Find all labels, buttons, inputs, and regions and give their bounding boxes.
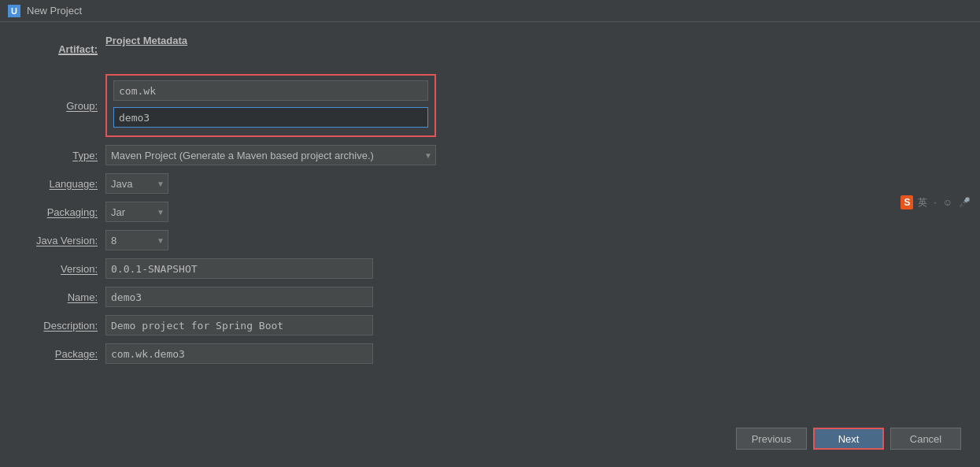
- name-row: Name:: [19, 287, 961, 307]
- packaging-dropdown-wrapper: Jar War ▼: [105, 202, 168, 222]
- packaging-label: Packaging:: [19, 206, 105, 218]
- java-version-label: Java Version:: [19, 235, 105, 246]
- java-version-select[interactable]: 8 11 17 21: [105, 230, 168, 250]
- description-input[interactable]: [105, 315, 373, 335]
- artifact-label-outer: Artifact:: [19, 35, 105, 63]
- window-title: New Project: [27, 5, 82, 17]
- description-row: Description:: [19, 315, 961, 335]
- sogou-icon: S: [900, 195, 913, 209]
- language-select[interactable]: Java Kotlin Groovy: [105, 173, 168, 194]
- version-row: Version:: [19, 258, 961, 279]
- version-input[interactable]: [105, 258, 373, 279]
- java-version-row: Java Version: 8 11 17 21 ▼: [19, 230, 961, 250]
- group-label: Group:: [19, 100, 105, 112]
- app-icon: U: [8, 5, 20, 17]
- emoji-icon: ☺: [941, 197, 954, 208]
- cancel-button[interactable]: Cancel: [890, 428, 961, 450]
- type-select[interactable]: Maven Project (Generate a Maven based pr…: [105, 145, 436, 165]
- section-title: Group:Artifact:Project Metadata: [19, 35, 961, 63]
- name-input[interactable]: [105, 287, 373, 307]
- main-content: Group:Artifact:Project Metadata Group:: [0, 22, 980, 467]
- type-dropdown-wrapper: Maven Project (Generate a Maven based pr…: [105, 145, 436, 165]
- packaging-row: Packaging: Jar War ▼: [19, 202, 961, 222]
- artifact-row: [113, 107, 428, 128]
- group-input[interactable]: [113, 80, 428, 101]
- type-row: Type: Maven Project (Generate a Maven ba…: [19, 145, 961, 165]
- language-label: Language:: [19, 178, 105, 190]
- package-label: Package:: [19, 348, 105, 360]
- language-row: Language: Java Kotlin Groovy ▼: [19, 173, 961, 194]
- language-dropdown-wrapper: Java Kotlin Groovy ▼: [105, 173, 168, 194]
- name-label: Name:: [19, 291, 105, 303]
- buttons-row: Previous Next Cancel: [19, 420, 961, 454]
- taskbar-icons: S 英 · ☺ 🎤: [900, 195, 972, 209]
- packaging-select[interactable]: Jar War: [105, 202, 168, 222]
- group-row: [113, 80, 428, 101]
- title-bar: U New Project: [0, 0, 980, 22]
- artifact-input[interactable]: [113, 107, 428, 128]
- input-lang-icon: 英: [916, 196, 929, 209]
- next-button[interactable]: Next: [813, 428, 884, 450]
- package-input[interactable]: [105, 343, 373, 364]
- java-version-dropdown-wrapper: 8 11 17 21 ▼: [105, 230, 168, 250]
- description-label: Description:: [19, 320, 105, 332]
- punctuation-icon: ·: [932, 197, 937, 208]
- mic-icon: 🎤: [957, 197, 972, 208]
- package-row: Package:: [19, 343, 961, 364]
- version-label: Version:: [19, 263, 105, 275]
- type-label: Type:: [19, 150, 105, 161]
- previous-button[interactable]: Previous: [736, 428, 807, 450]
- form-area: Group:Artifact:Project Metadata Group:: [19, 35, 961, 420]
